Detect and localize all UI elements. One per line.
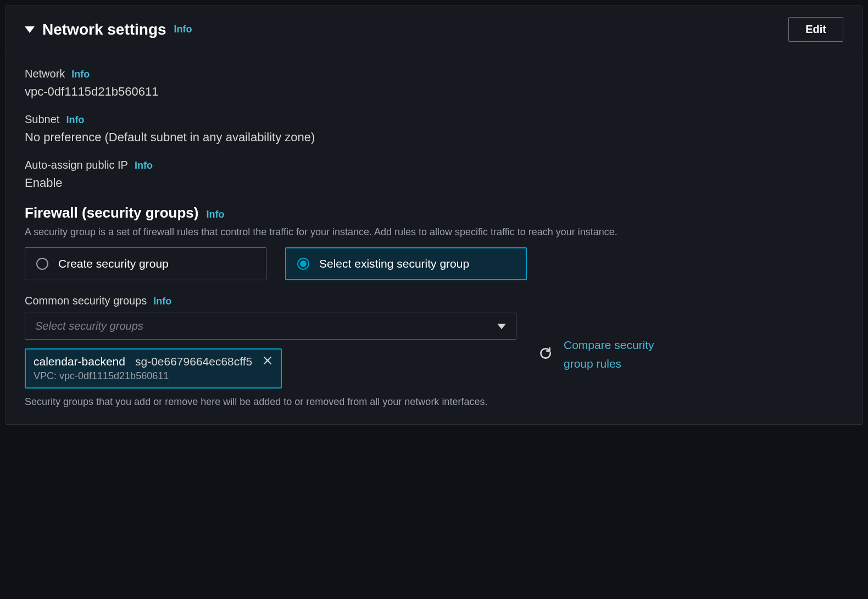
sg-dropdown[interactable]: Select security groups bbox=[25, 313, 516, 340]
select-existing-sg-radio[interactable]: Select existing security group bbox=[285, 247, 527, 280]
refresh-icon[interactable] bbox=[538, 346, 553, 363]
panel-header: Network settings Info Edit bbox=[6, 6, 862, 53]
close-icon[interactable] bbox=[262, 355, 273, 368]
create-sg-radio[interactable]: Create security group bbox=[25, 247, 266, 280]
network-field: Network Info vpc-0df1115d21b560611 bbox=[25, 68, 843, 99]
network-value: vpc-0df1115d21b560611 bbox=[25, 85, 843, 99]
firewall-radio-row: Create security group Select existing se… bbox=[25, 247, 843, 280]
firewall-info-link[interactable]: Info bbox=[206, 209, 224, 220]
radio-unchecked-icon bbox=[36, 258, 48, 270]
panel-body: Network Info vpc-0df1115d21b560611 Subne… bbox=[6, 53, 862, 424]
common-sg-label: Common security groups bbox=[25, 295, 147, 307]
sg-note: Security groups that you add or remove h… bbox=[25, 396, 516, 408]
network-info-link[interactable]: Info bbox=[71, 69, 90, 80]
firewall-description: A security group is a set of firewall ru… bbox=[25, 225, 843, 240]
panel-title: Network settings bbox=[42, 21, 166, 38]
common-sg-info-link[interactable]: Info bbox=[153, 296, 171, 307]
collapse-icon[interactable] bbox=[25, 26, 35, 33]
subnet-label: Subnet bbox=[25, 113, 59, 126]
network-settings-panel: Network settings Info Edit Network Info … bbox=[5, 5, 863, 425]
network-label: Network bbox=[25, 68, 65, 80]
common-sg-left: Select security groups calendar-backend … bbox=[25, 307, 516, 408]
sg-token: calendar-backend sg-0e6679664ec68cff5 VP… bbox=[25, 348, 282, 389]
common-sg-right: Compare security group rules bbox=[538, 336, 674, 373]
firewall-heading: Firewall (security groups) bbox=[25, 204, 198, 221]
public-ip-info-link[interactable]: Info bbox=[135, 160, 153, 171]
sg-token-name: calendar-backend bbox=[34, 355, 125, 368]
firewall-section: Firewall (security groups) Info A securi… bbox=[25, 204, 843, 280]
subnet-info-link[interactable]: Info bbox=[66, 114, 84, 126]
panel-header-left: Network settings Info bbox=[25, 21, 192, 38]
compare-sg-rules-link[interactable]: Compare security group rules bbox=[564, 336, 674, 373]
create-sg-label: Create security group bbox=[58, 257, 169, 270]
chevron-down-icon bbox=[497, 324, 506, 329]
sg-token-id: sg-0e6679664ec68cff5 bbox=[135, 355, 252, 368]
subnet-field: Subnet Info No preference (Default subne… bbox=[25, 113, 843, 145]
sg-token-vpc: VPC: vpc-0df1115d21b560611 bbox=[34, 370, 273, 382]
radio-checked-icon bbox=[297, 258, 309, 270]
edit-button[interactable]: Edit bbox=[788, 17, 843, 42]
header-info-link[interactable]: Info bbox=[174, 24, 192, 35]
public-ip-value: Enable bbox=[25, 176, 843, 190]
common-sg-row: Select security groups calendar-backend … bbox=[25, 307, 843, 408]
select-existing-label: Select existing security group bbox=[319, 257, 469, 270]
public-ip-label: Auto-assign public IP bbox=[25, 159, 128, 171]
subnet-value: No preference (Default subnet in any ava… bbox=[25, 130, 843, 145]
sg-dropdown-placeholder: Select security groups bbox=[35, 320, 143, 332]
public-ip-field: Auto-assign public IP Info Enable bbox=[25, 159, 843, 190]
